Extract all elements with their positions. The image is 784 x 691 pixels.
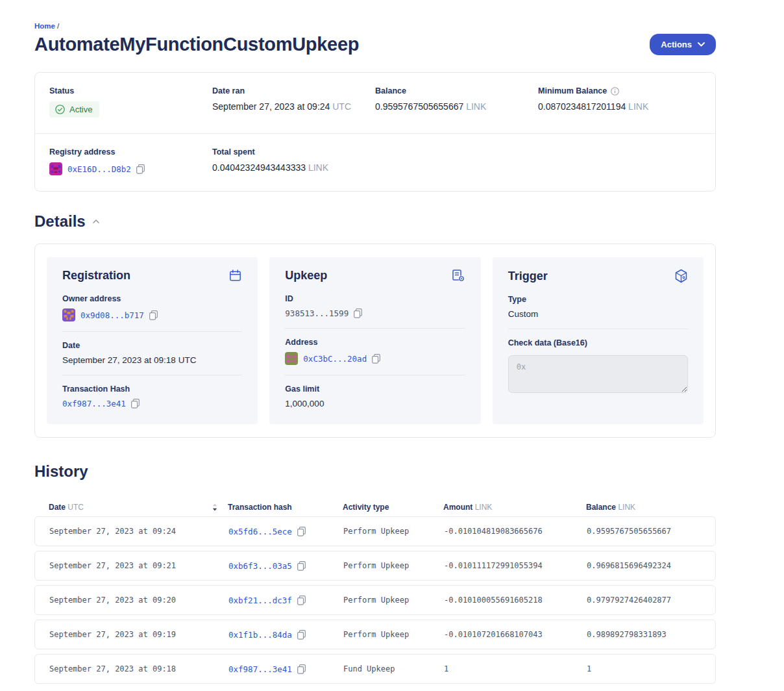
summary-card: Status Active Date ran September 27, 202… [34, 72, 716, 192]
history-table-header: Date UTC Transaction hash Activity type … [34, 503, 716, 512]
status-field: Status Active [49, 86, 212, 118]
page-title: AutomateMyFunctionCustomUpkeep [34, 34, 359, 55]
gas-limit-field: Gas limit 1,000,000 [285, 384, 465, 408]
registration-date-field: Date September 27, 2023 at 09:18 UTC [62, 341, 242, 365]
status-badge: Active [49, 101, 99, 118]
upkeep-address-link[interactable]: 0xC3bC...20ad [303, 354, 367, 364]
balance-label: Balance [375, 86, 538, 95]
row-date: September 27, 2023 at 09:21 [49, 561, 228, 570]
upkeep-address-identicon [285, 352, 298, 365]
total-spent-label: Total spent [212, 147, 375, 157]
gas-limit-label: Gas limit [285, 384, 465, 394]
transaction-hash-label: Transaction Hash [62, 384, 242, 394]
row-balance: 1 [587, 664, 701, 673]
row-tx-link[interactable]: 0x5fd6...5ece [228, 527, 292, 536]
copy-icon[interactable] [354, 308, 362, 318]
copy-icon[interactable] [372, 354, 380, 364]
date-ran-unit: UTC [332, 101, 351, 112]
row-balance: 0.989892798331893 [587, 630, 701, 639]
registration-title: Registration [62, 269, 130, 283]
row-tx-link[interactable]: 0xb6f3...03a5 [228, 561, 292, 571]
col-activity-label: Activity type [343, 503, 443, 512]
breadcrumb-separator: / [57, 22, 59, 30]
row-balance: 0.9797927426402877 [587, 596, 701, 605]
copy-icon[interactable] [297, 596, 306, 605]
upkeep-id-field: ID 938513...1599 [285, 294, 465, 318]
row-activity: Perform Upkeep [343, 630, 444, 639]
copy-icon[interactable] [297, 630, 306, 640]
upkeep-id-label: ID [285, 294, 465, 303]
registration-date-value: September 27, 2023 at 09:18 UTC [62, 355, 242, 365]
details-heading: Details [34, 212, 86, 231]
actions-button[interactable]: Actions [650, 34, 716, 55]
row-amount: -0.010107201668107043 [444, 630, 587, 639]
owner-address-field: Owner address 0x9d08...b717 [62, 294, 242, 321]
registry-address-link[interactable]: 0xE16D...D8b2 [67, 164, 131, 174]
row-amount: 1 [444, 664, 587, 673]
copy-icon[interactable] [297, 664, 306, 674]
cube-icon [674, 269, 688, 283]
registration-card: Registration Owner address 0x9d08...b717 [47, 257, 258, 424]
copy-icon[interactable] [297, 527, 306, 536]
total-spent-field: Total spent 0.04042324943443333 LINK [212, 147, 375, 175]
row-balance: 0.9696815696492324 [587, 561, 701, 570]
col-date-label: Date [49, 503, 66, 512]
sort-icon[interactable] [212, 503, 228, 511]
registry-address-field: Registry address 0xE16D...D8b2 [49, 147, 212, 175]
row-date: September 27, 2023 at 09:18 [49, 664, 228, 673]
row-activity: Perform Upkeep [343, 527, 444, 536]
row-tx-link[interactable]: 0xf987...3e41 [228, 664, 292, 674]
copy-icon[interactable] [136, 164, 145, 174]
history-heading: History [34, 462, 716, 481]
check-data-textarea[interactable] [508, 355, 688, 393]
registry-identicon [49, 162, 62, 175]
trigger-type-label: Type [508, 295, 688, 304]
col-amount-label: Amount [443, 503, 472, 512]
chevron-down-icon [698, 42, 705, 47]
col-tx-label: Transaction hash [228, 503, 343, 512]
col-balance-label: Balance [586, 503, 616, 512]
row-tx-link[interactable]: 0x1f1b...84da [228, 630, 292, 640]
status-badge-label: Active [69, 105, 92, 114]
owner-address-link[interactable]: 0x9d08...b717 [80, 310, 144, 320]
table-row: September 27, 2023 at 09:24 0x5fd6...5ec… [34, 516, 716, 546]
transaction-hash-link[interactable]: 0xf987...3e41 [62, 399, 126, 408]
date-ran-label: Date ran [212, 86, 375, 95]
min-balance-label: Minimum Balance [538, 86, 607, 95]
upkeep-address-field: Address 0xC3bC...20ad [285, 338, 465, 365]
col-balance-unit: LINK [618, 503, 635, 512]
upkeep-address-label: Address [285, 338, 465, 347]
breadcrumb-home-link[interactable]: Home [34, 22, 55, 30]
trigger-type-value: Custom [508, 309, 688, 319]
upkeep-card: Upkeep ID 938513...1599 Address [269, 257, 480, 424]
collapse-caret-icon[interactable] [92, 218, 101, 225]
row-date: September 27, 2023 at 09:19 [49, 630, 228, 639]
copy-icon[interactable] [297, 561, 306, 571]
total-spent-value: 0.04042324943443333 [212, 162, 306, 173]
row-amount: -0.010104819083665676 [444, 527, 587, 536]
calendar-icon [228, 269, 242, 283]
col-date-unit: UTC [67, 503, 84, 512]
total-spent-unit: LINK [308, 162, 328, 173]
copy-icon[interactable] [131, 399, 140, 408]
check-data-label: Check data (Base16) [508, 338, 688, 347]
registration-date-label: Date [62, 341, 242, 350]
balance-value: 0.9595767505655667 [375, 101, 463, 112]
row-activity: Fund Upkeep [343, 664, 444, 673]
check-circle-icon [55, 105, 65, 114]
copy-icon[interactable] [149, 310, 158, 320]
balance-field: Balance 0.9595767505655667 LINK [375, 86, 538, 118]
upkeep-id-value: 938513...1599 [285, 308, 349, 318]
row-tx-link[interactable]: 0xbf21...dc3f [228, 596, 292, 605]
status-label: Status [49, 86, 212, 95]
date-ran-field: Date ran September 27, 2023 at 09:24 UTC [212, 86, 375, 118]
upkeep-detail-page: Home/ AutomateMyFunctionCustomUpkeep Act… [34, 0, 716, 691]
table-row: September 27, 2023 at 09:18 0xf987...3e4… [34, 654, 716, 684]
info-icon[interactable] [611, 87, 619, 95]
row-date: September 27, 2023 at 09:20 [49, 596, 228, 605]
breadcrumb: Home/ [34, 22, 716, 30]
registry-address-label: Registry address [49, 147, 212, 157]
table-row: September 27, 2023 at 09:21 0xb6f3...03a… [34, 551, 716, 581]
row-activity: Perform Upkeep [343, 596, 444, 605]
table-row: September 27, 2023 at 09:20 0xbf21...dc3… [34, 585, 716, 615]
